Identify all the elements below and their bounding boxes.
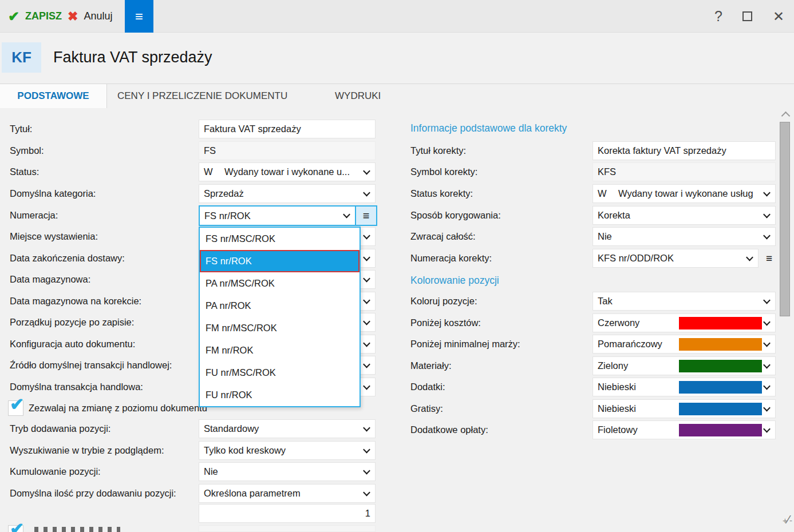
dropdown-item[interactable]: FM nr/MSC/ROK [200, 317, 360, 339]
chevron-down-icon [363, 296, 370, 304]
label-data-magazynowa: Data magazynowa: [10, 270, 90, 289]
dropdown-item[interactable]: PA nr/ROK [200, 295, 360, 317]
menu-button[interactable]: ≡ [125, 0, 153, 33]
section-kolorowanie-pozycji: Kolorowanie pozycji [410, 275, 499, 287]
help-button[interactable]: ? [706, 0, 731, 33]
chevron-down-icon [363, 253, 370, 261]
close-icon: ✕ [773, 9, 784, 25]
numeracja-korekty-menu-button[interactable]: ≡ [763, 249, 776, 268]
sposob-korygowania-select[interactable]: Korekta [592, 206, 776, 225]
label-dodatki: Dodatki: [410, 378, 445, 396]
dropdown-item-selected[interactable]: FS nr/ROK [200, 250, 360, 272]
color-swatch-red [679, 317, 762, 329]
label-ponizej-marzy: Poniżej minimalnej marży: [410, 335, 520, 354]
scrollbar-thumb[interactable] [780, 122, 790, 316]
numeracja-select[interactable]: FS nr/ROK [200, 207, 355, 225]
checkbox-check-icon: ✔ [10, 394, 24, 414]
label-materialy: Materiały: [410, 356, 452, 375]
clipped-checkbox[interactable]: ✔ [8, 525, 23, 532]
chevron-down-icon [363, 339, 370, 347]
tab-wydruki[interactable]: WYDRUKI [325, 84, 391, 108]
chevron-down-icon [763, 425, 771, 432]
chevron-down-icon [763, 232, 771, 239]
clipped-field [199, 525, 376, 532]
koloruj-pozycje-select[interactable]: Tak [592, 292, 776, 311]
chevron-down-icon [363, 424, 370, 431]
status-korekty-code: W [598, 188, 618, 199]
color-swatch-blue [679, 403, 762, 415]
color-swatch-blue [679, 381, 762, 394]
domyslna-kategoria-select[interactable]: Sprzedaż [199, 184, 376, 203]
ponizej-marzy-color-select[interactable]: Pomarańczowy [592, 335, 776, 354]
tryb-dodawania-select[interactable]: Standardowy [199, 419, 376, 438]
cancel-button[interactable]: ✖ Anuluj [68, 0, 112, 33]
document-type-badge: KF [2, 42, 41, 73]
ilosc-value-input[interactable]: 1 [199, 504, 376, 523]
chevron-down-icon [363, 167, 370, 174]
gratisy-color-select[interactable]: Niebieski [592, 399, 776, 418]
numeracja-combo[interactable]: FS nr/ROK ≡ [199, 205, 377, 226]
dropdown-item[interactable]: FM nr/ROK [200, 339, 360, 362]
label-zwracaj-calosc: Zwracaj całość: [410, 227, 476, 246]
materialy-color-select[interactable]: Zielony [592, 356, 776, 375]
resize-plus-minus-icon[interactable]: +⁄- [772, 513, 792, 527]
status-select[interactable]: W Wydany towar i wykonane u... [199, 162, 376, 181]
zwracaj-calosc-select[interactable]: Nie [592, 227, 776, 246]
numeracja-menu-button[interactable]: ≡ [355, 207, 376, 225]
tytul-input[interactable]: Faktura VAT sprzedaży [199, 120, 376, 138]
scrollbar-up-icon[interactable] [781, 110, 790, 119]
chevron-down-icon [763, 404, 771, 411]
label-tytul: Tytuł: [10, 120, 32, 138]
wyszukiwanie-select[interactable]: Tylko kod kreskowy [199, 441, 376, 460]
chevron-down-icon [363, 382, 370, 390]
status-text: Wydany towar i wykonane u... [224, 166, 350, 177]
chevron-down-icon [363, 317, 370, 325]
status-korekty-select[interactable]: W Wydany towar i wykonane usług [592, 184, 776, 203]
chevron-down-icon [363, 489, 370, 496]
chevron-down-icon [363, 275, 370, 282]
chevron-down-icon [763, 361, 771, 368]
dropdown-item[interactable]: FS nr/MSC/ROK [200, 228, 360, 250]
label-dodatkowe-oplaty: Dodatkowe opłaty: [410, 420, 488, 439]
label-status-korekty: Status korekty: [410, 184, 473, 203]
color-swatch-orange [679, 338, 762, 351]
clipped-checkbox-label [34, 527, 120, 532]
label-domyslna-ilosc: Domyślna ilość przy dodawaniu pozycji: [10, 484, 176, 503]
tab-podstawowe[interactable]: PODSTAWOWE [0, 84, 107, 108]
dropdown-item[interactable]: FU nr/MSC/ROK [200, 362, 360, 384]
tab-ceny-i-przeliczenie[interactable]: CENY I PRZELICZENIE DOKUMENTU [107, 84, 298, 108]
dodatki-color-select[interactable]: Niebieski [592, 378, 776, 396]
section-informacje-korekty: Informacje podstawowe dla korekty [410, 122, 567, 134]
checkbox-check-icon: ✔ [10, 519, 24, 532]
hamburger-icon: ≡ [363, 209, 370, 223]
maximize-button[interactable] [734, 0, 760, 33]
label-zrodlo-transakcji: Źródło domyślnej transakcji handlowej: [10, 356, 172, 375]
numeracja-korekty-select[interactable]: KFS nr/ODD/ROK [592, 249, 759, 268]
domyslna-ilosc-select[interactable]: Określona parametrem [199, 484, 376, 503]
chevron-down-icon [763, 296, 771, 304]
chevron-down-icon [763, 189, 771, 196]
label-porzadkuj-pozycje: Porządkuj pozycje po zapisie: [10, 313, 134, 332]
app-window: { "icons": { "save_check": "✔", "cancel_… [0, 0, 794, 532]
chevron-down-icon [763, 339, 771, 347]
label-gratisy: Gratisy: [410, 399, 443, 418]
ponizej-kosztow-color-select[interactable]: Czerwony [592, 313, 776, 332]
close-button[interactable]: ✕ [766, 0, 791, 33]
chevron-down-icon [343, 211, 350, 219]
tytul-korekty-input[interactable]: Korekta faktury VAT sprzedaży [592, 141, 776, 160]
label-miejsce-wystawienia: Miejsce wystawienia: [10, 227, 98, 246]
chevron-down-icon [763, 382, 771, 390]
chevron-down-icon [746, 253, 753, 261]
save-check-icon: ✔ [8, 9, 19, 25]
label-kumulowanie: Kumulowanie pozycji: [10, 462, 101, 481]
kumulowanie-select[interactable]: Nie [199, 462, 376, 481]
chevron-down-icon [763, 211, 771, 218]
save-button[interactable]: ✔ ZAPISZ [8, 0, 62, 33]
dodatkowe-oplaty-color-select[interactable]: Fioletowy [592, 420, 776, 439]
label-ponizej-kosztow: Poniżej kosztów: [410, 313, 481, 332]
help-icon: ? [714, 8, 722, 25]
dropdown-item[interactable]: PA nr/MSC/ROK [200, 272, 360, 295]
dropdown-item[interactable]: FU nr/ROK [200, 384, 360, 406]
zezwalaj-checkbox[interactable]: ✔ [8, 400, 23, 416]
hamburger-icon: ≡ [135, 9, 143, 25]
